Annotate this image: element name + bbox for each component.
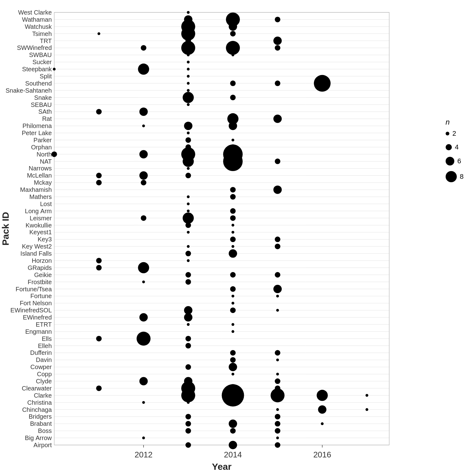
- chart-container: n 2 4 6 8: [0, 0, 476, 476]
- legend-label-8: 8: [460, 173, 464, 181]
- legend-title: n: [446, 118, 464, 126]
- bubble-chart: [0, 0, 476, 476]
- legend: n 2 4 6 8: [446, 118, 464, 188]
- legend-item-8: 8: [446, 171, 464, 182]
- legend-item-4: 4: [446, 143, 464, 151]
- legend-item-2: 2: [446, 130, 464, 138]
- legend-item-6: 6: [446, 157, 464, 165]
- legend-label-6: 6: [457, 157, 461, 165]
- legend-circle-8: [446, 171, 457, 182]
- legend-circle-6: [446, 157, 454, 165]
- legend-circle-4: [446, 144, 452, 150]
- legend-circle-2: [446, 132, 449, 135]
- legend-label-2: 2: [452, 130, 456, 138]
- legend-label-4: 4: [455, 143, 459, 151]
